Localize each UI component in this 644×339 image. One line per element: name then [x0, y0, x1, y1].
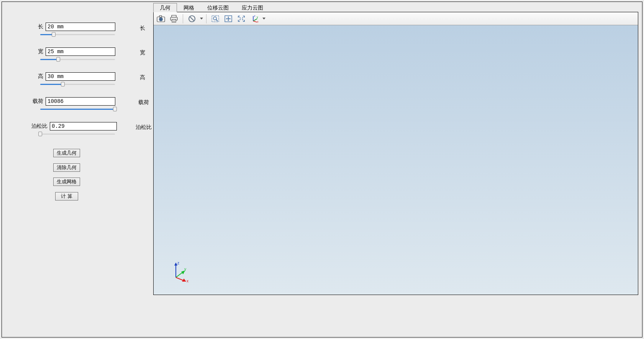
slider-thumb[interactable] [61, 82, 65, 86]
input-length[interactable] [46, 23, 115, 31]
svg-rect-4 [172, 15, 176, 17]
viewport-3d[interactable]: z y x [154, 25, 638, 295]
pan-icon[interactable] [223, 13, 234, 24]
zoom-box-icon[interactable] [210, 13, 221, 24]
tab-geometry[interactable]: 几何 [153, 3, 177, 12]
svg-line-10 [190, 16, 194, 21]
viewer-area: 几何 网格 位移云图 应力云图 [153, 3, 638, 303]
slider-thumb[interactable] [52, 32, 56, 37]
svg-text:y: y [257, 16, 258, 19]
axes-orient-icon[interactable]: z y x [249, 13, 260, 24]
chevron-down-icon[interactable] [200, 18, 203, 20]
slider-load[interactable] [40, 108, 115, 110]
param-row-width: 宽 [36, 47, 115, 56]
viewer-frame: z y x z [153, 12, 638, 295]
slider-thumb[interactable] [56, 57, 60, 62]
input-load[interactable] [46, 97, 115, 106]
slider-thumb[interactable] [38, 132, 42, 136]
tab-displacement[interactable]: 位移云图 [201, 3, 235, 12]
svg-rect-1 [159, 16, 162, 17]
generate-geometry-button[interactable]: 生成几何 [53, 149, 80, 157]
param-row-height: 高 [36, 72, 115, 81]
chevron-down-icon[interactable] [262, 18, 265, 20]
param-row-load: 载荷 [36, 97, 115, 106]
svg-point-12 [213, 17, 216, 20]
app-window: 长 宽 高 载荷 [2, 2, 642, 337]
slider-width[interactable] [40, 58, 115, 60]
slider-poisson[interactable] [40, 133, 115, 135]
label-length: 长 [36, 23, 43, 30]
mirror-label-length: 长 [140, 25, 145, 32]
toolbar-divider [183, 14, 183, 23]
print-icon[interactable] [168, 13, 180, 24]
svg-line-17 [253, 19, 257, 21]
label-width: 宽 [36, 48, 43, 55]
no-sign-icon[interactable] [186, 13, 198, 24]
generate-mesh-button[interactable]: 生成网格 [53, 178, 80, 186]
axis-y-label: y [184, 267, 186, 271]
svg-line-19 [253, 21, 257, 22]
svg-line-13 [216, 20, 218, 21]
tab-stress[interactable]: 应力云图 [235, 3, 270, 12]
axis-x-label: x [187, 279, 188, 283]
param-row-poisson: 泊松比 [31, 122, 117, 130]
param-row-length: 长 [36, 23, 115, 31]
mirror-label-height: 高 [140, 74, 145, 81]
axis-z-label: z [177, 261, 179, 265]
tab-mesh[interactable]: 网格 [177, 3, 201, 12]
left-panel: 长 宽 高 载荷 [2, 2, 138, 337]
slider-height[interactable] [40, 83, 115, 85]
svg-text:x: x [257, 20, 259, 23]
label-height: 高 [36, 73, 43, 80]
compute-button[interactable]: 计 算 [55, 192, 78, 200]
slider-thumb[interactable] [113, 107, 117, 111]
clear-geometry-button[interactable]: 清除几何 [53, 163, 80, 172]
input-width[interactable] [46, 47, 115, 56]
input-height[interactable] [46, 72, 115, 81]
tabs: 几何 网格 位移云图 应力云图 [153, 3, 638, 12]
input-poisson[interactable] [50, 122, 117, 130]
axis-gizmo: z y x [169, 260, 192, 283]
viewer-toolbar: z y x [154, 12, 638, 25]
mirror-label-poisson: 泊松比 [136, 124, 152, 131]
mirror-label-width: 宽 [140, 49, 145, 56]
mirror-label-load: 载荷 [138, 99, 149, 106]
svg-marker-22 [174, 262, 177, 266]
label-poisson: 泊松比 [31, 123, 48, 130]
fit-view-icon[interactable] [236, 13, 247, 24]
camera-icon[interactable] [155, 13, 167, 24]
toolbar-divider [206, 14, 206, 23]
label-load: 载荷 [29, 98, 43, 105]
slider-length[interactable] [40, 33, 115, 36]
svg-point-3 [160, 18, 162, 20]
svg-text:z: z [254, 15, 256, 17]
